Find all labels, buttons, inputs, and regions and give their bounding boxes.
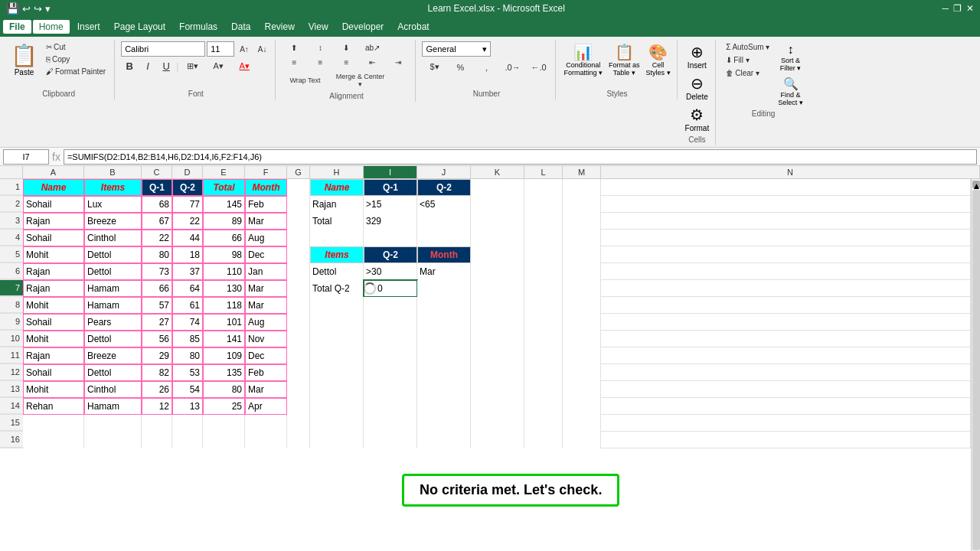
cell-h14[interactable] xyxy=(310,398,364,415)
cell-m3[interactable] xyxy=(563,213,601,230)
cell-a13[interactable]: Mohit xyxy=(23,381,84,398)
cell-d2[interactable]: 77 xyxy=(172,196,203,213)
cell-k15[interactable] xyxy=(471,415,524,432)
font-color-button[interactable]: A▾ xyxy=(232,59,256,73)
cell-c5[interactable]: 80 xyxy=(142,246,172,263)
cell-k6[interactable] xyxy=(471,263,524,280)
percent-btn[interactable]: % xyxy=(448,60,472,74)
cell-g13[interactable] xyxy=(287,381,310,398)
menu-item-view[interactable]: View xyxy=(302,20,335,34)
cell-b8[interactable]: Hamam xyxy=(84,297,142,314)
row-num-3[interactable]: 3 xyxy=(0,213,23,229)
cell-m14[interactable] xyxy=(563,398,601,415)
col-header-k[interactable]: K xyxy=(471,166,524,178)
cell-d10[interactable]: 85 xyxy=(172,331,203,347)
cell-g16[interactable] xyxy=(287,432,310,448)
cell-a15[interactable] xyxy=(23,415,84,432)
cell-c11[interactable]: 29 xyxy=(142,347,172,364)
format-as-table-button[interactable]: 📋 Format as Table ▾ xyxy=(607,41,642,78)
cell-m1[interactable] xyxy=(563,179,601,196)
cell-f11[interactable]: Dec xyxy=(245,347,287,364)
restore-btn[interactable]: ❐ xyxy=(953,3,962,14)
cell-c9[interactable]: 27 xyxy=(142,314,172,331)
cell-d13[interactable]: 54 xyxy=(172,381,203,398)
cell-g9[interactable] xyxy=(287,314,310,331)
cell-e4[interactable]: 66 xyxy=(203,230,245,246)
cell-a11[interactable]: Rajan xyxy=(23,347,84,364)
cell-i5[interactable]: Q-2 xyxy=(364,246,417,263)
cell-k7[interactable] xyxy=(471,280,524,297)
row-num-4[interactable]: 4 xyxy=(0,230,23,246)
cell-j3[interactable] xyxy=(417,213,471,230)
cell-c7[interactable]: 66 xyxy=(142,280,172,297)
orient-btn[interactable]: ab↗ xyxy=(360,41,384,54)
cell-c16[interactable] xyxy=(142,432,172,448)
cell-b6[interactable]: Dettol xyxy=(84,263,142,280)
cell-f3[interactable]: Mar xyxy=(245,213,287,230)
cell-e6[interactable]: 110 xyxy=(203,263,245,280)
cell-c14[interactable]: 12 xyxy=(142,398,172,415)
cell-d14[interactable]: 13 xyxy=(172,398,203,415)
insert-cells-button[interactable]: ⊕ Insert xyxy=(686,41,708,71)
col-header-c[interactable]: C xyxy=(142,166,172,178)
cell-c4[interactable]: 22 xyxy=(142,230,172,246)
cell-j5[interactable]: Month xyxy=(417,246,471,263)
accounting-btn[interactable]: $▾ xyxy=(422,60,446,74)
col-header-h[interactable]: H xyxy=(310,166,364,178)
col-header-l[interactable]: L xyxy=(524,166,563,178)
cell-j7[interactable] xyxy=(417,280,471,297)
cell-c13[interactable]: 26 xyxy=(142,381,172,398)
wrap-text-btn[interactable]: Wrap Text xyxy=(282,74,328,86)
cell-e7[interactable]: 130 xyxy=(203,280,245,297)
cell-a4[interactable]: Sohail xyxy=(23,230,84,246)
left-align-btn[interactable]: ≡ xyxy=(282,56,306,69)
cell-a5[interactable]: Mohit xyxy=(23,246,84,263)
number-format-dropdown[interactable]: General▾ xyxy=(422,41,491,57)
cell-l4[interactable] xyxy=(524,230,563,246)
cell-c15[interactable] xyxy=(142,415,172,432)
cell-k5[interactable] xyxy=(471,246,524,263)
cell-h6[interactable]: Dettol xyxy=(310,263,364,280)
menu-item-data[interactable]: Data xyxy=(225,20,256,34)
cell-l2[interactable] xyxy=(524,196,563,213)
cell-m6[interactable] xyxy=(563,263,601,280)
fill-color-button[interactable]: A▾ xyxy=(206,59,230,73)
cell-m2[interactable] xyxy=(563,196,601,213)
middle-align-btn[interactable]: ↕ xyxy=(308,41,332,54)
cell-i2[interactable]: >15 xyxy=(364,196,417,213)
menu-item-file[interactable]: File xyxy=(3,20,31,34)
cell-e9[interactable]: 101 xyxy=(203,314,245,331)
cell-i10[interactable] xyxy=(364,331,417,347)
top-align-btn[interactable]: ⬆ xyxy=(282,41,306,54)
scrollbar-thumb[interactable] xyxy=(972,190,980,550)
cell-a3[interactable]: Rajan xyxy=(23,213,84,230)
row-num-14[interactable]: 14 xyxy=(0,398,23,414)
cell-h13[interactable] xyxy=(310,381,364,398)
cell-l15[interactable] xyxy=(524,415,563,432)
cell-l13[interactable] xyxy=(524,381,563,398)
cell-b10[interactable]: Dettol xyxy=(84,331,142,347)
cell-h3[interactable]: Total xyxy=(310,213,364,230)
cell-d5[interactable]: 18 xyxy=(172,246,203,263)
cell-i12[interactable] xyxy=(364,364,417,381)
menu-item-developer[interactable]: Developer xyxy=(336,20,390,34)
cell-j11[interactable] xyxy=(417,347,471,364)
cell-d11[interactable]: 80 xyxy=(172,347,203,364)
cell-g6[interactable] xyxy=(287,263,310,280)
cell-e8[interactable]: 118 xyxy=(203,297,245,314)
cell-f14[interactable]: Apr xyxy=(245,398,287,415)
quick-access-toolbar[interactable]: 💾 ↩ ↪ ▾ xyxy=(6,2,51,15)
cell-b14[interactable]: Hamam xyxy=(84,398,142,415)
cell-h16[interactable] xyxy=(310,432,364,448)
cell-e14[interactable]: 25 xyxy=(203,398,245,415)
cell-l9[interactable] xyxy=(524,314,563,331)
cell-d6[interactable]: 37 xyxy=(172,263,203,280)
row-num-7[interactable]: 7 xyxy=(0,280,23,296)
cell-f9[interactable]: Aug xyxy=(245,314,287,331)
cell-b12[interactable]: Dettol xyxy=(84,364,142,381)
cell-g14[interactable] xyxy=(287,398,310,415)
cell-m15[interactable] xyxy=(563,415,601,432)
cell-g2[interactable] xyxy=(287,196,310,213)
col-header-a[interactable]: A xyxy=(23,166,84,178)
cell-i1[interactable]: Q-1 xyxy=(364,179,417,196)
